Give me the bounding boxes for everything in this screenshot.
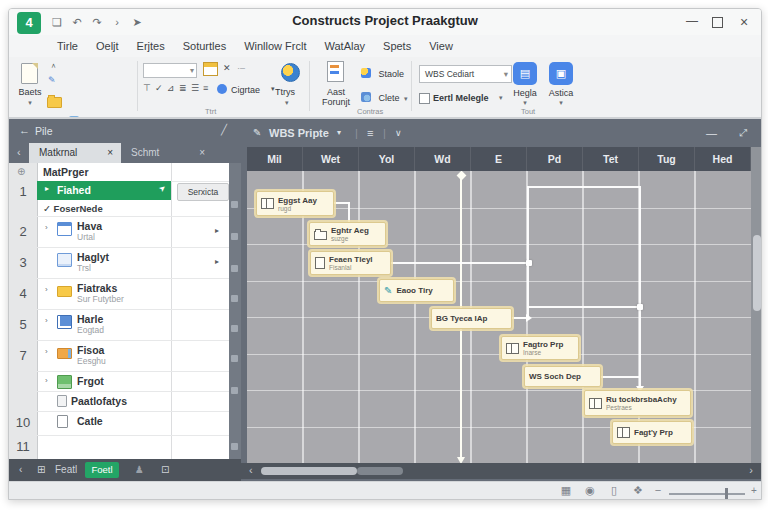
chevron-right-icon[interactable]: ›: [45, 316, 48, 325]
calendar-icon[interactable]: [203, 62, 218, 76]
edit-title-icon[interactable]: ✎: [253, 119, 261, 147]
task-box[interactable]: WS Soch Dep: [524, 366, 601, 387]
italic-icon[interactable]: ✓: [155, 83, 163, 93]
strip-marker[interactable]: [231, 233, 238, 240]
grid-view-icon[interactable]: ▦: [557, 484, 575, 497]
more-icon[interactable]: ·–: [237, 63, 245, 73]
chevron-right-icon[interactable]: ›: [45, 285, 48, 294]
strip-marker[interactable]: [231, 443, 238, 450]
header-tool-button[interactable]: ▤: [513, 62, 537, 85]
person-icon[interactable]: [217, 84, 227, 94]
sheet-grid-icon[interactable]: ⊞: [37, 459, 45, 481]
tab-material-close-icon[interactable]: ×: [107, 143, 113, 163]
menu-item-soturtles[interactable]: Soturtles: [183, 40, 226, 52]
zoom-in-icon[interactable]: +: [751, 485, 757, 496]
chart-title[interactable]: WBS Pripte: [269, 119, 329, 147]
align-center-icon[interactable]: ☰: [191, 83, 199, 93]
strip-marker[interactable]: [231, 355, 238, 362]
zoom-out-icon[interactable]: −: [649, 484, 667, 496]
list-view-icon[interactable]: ≡: [367, 119, 373, 147]
task-box[interactable]: Fagt'y Prp: [612, 421, 692, 444]
cut-icon[interactable]: ✕: [223, 63, 231, 73]
tab-schmt[interactable]: Schmt ×: [121, 143, 213, 163]
left-panel-scroll-strip[interactable]: [229, 163, 241, 459]
expand-arrow-icon[interactable]: ▸: [215, 257, 219, 266]
tree-row[interactable]: ›Frgot: [9, 371, 229, 391]
globe-icon[interactable]: [281, 63, 300, 82]
chart-title-dropdown-icon[interactable]: ▾: [337, 119, 341, 147]
font-select[interactable]: ▾: [143, 63, 197, 78]
tree-row[interactable]: 10Catle: [9, 411, 229, 435]
style-button-2[interactable]: Clete ▾: [361, 87, 407, 105]
tree-row[interactable]: 11: [9, 435, 229, 459]
strip-marker[interactable]: [231, 295, 238, 302]
sheet-tab-active[interactable]: Foetl: [85, 462, 119, 478]
paste-dropdown-arrow[interactable]: ▾: [17, 99, 43, 107]
page-view-icon[interactable]: ▯: [605, 484, 623, 497]
reading-view-icon[interactable]: ◉: [581, 484, 599, 497]
back-icon[interactable]: ←: [19, 124, 30, 136]
strip-marker[interactable]: [231, 201, 238, 208]
tab-prev-icon[interactable]: ‹: [17, 146, 21, 158]
chevron-right-icon[interactable]: ›: [45, 223, 48, 232]
chevron-right-icon[interactable]: ›: [45, 347, 48, 356]
tab-material[interactable]: Matkrnal ×: [29, 143, 121, 163]
style-button-1[interactable]: Staole: [361, 63, 404, 81]
tree-row[interactable]: 5›HarleEogtad: [9, 309, 229, 340]
strip-marker[interactable]: [231, 387, 238, 394]
task-box[interactable]: Eggst Aayrugd: [256, 191, 334, 216]
caret-icon[interactable]: ＾: [49, 61, 58, 74]
panel-expand-icon[interactable]: ⤢: [739, 119, 747, 147]
scroll-right-icon[interactable]: ›: [749, 464, 753, 476]
sheet-icon-2[interactable]: ⊡: [161, 459, 169, 481]
style-select-arrow[interactable]: ▾: [499, 94, 503, 102]
format-button[interactable]: Cigrtae: [231, 85, 260, 95]
screenshot-icon[interactable]: ❖: [629, 484, 647, 497]
panel-minimize-icon[interactable]: —: [706, 119, 717, 147]
tree-row[interactable]: 3HaglytTrsl▸: [9, 247, 229, 278]
task-box[interactable]: Feaen TleylFisanlal: [310, 251, 391, 275]
tree-row[interactable]: Paatlofatys: [9, 391, 229, 411]
menu-item-erjtes[interactable]: Erjtes: [137, 40, 165, 52]
service-button[interactable]: Serxicta: [177, 183, 229, 201]
task-box[interactable]: Eghtr Aegsuzge: [309, 222, 386, 246]
align-right-icon[interactable]: ≡: [203, 83, 208, 93]
format-dropdown-arrow[interactable]: ▾: [271, 85, 275, 93]
strip-marker[interactable]: [231, 325, 238, 332]
tab-schmt-close-icon[interactable]: ×: [199, 143, 205, 163]
menu-item-tirle[interactable]: Tirle: [57, 40, 78, 52]
task-box[interactable]: BG Tyeca IAp: [431, 308, 512, 329]
expand-arrow-icon[interactable]: ▸: [215, 226, 219, 235]
minimize-button[interactable]: —: [683, 14, 701, 28]
maximize-button[interactable]: [712, 17, 723, 28]
wbs-chart-select[interactable]: WBS Cediart ▾: [419, 65, 512, 83]
sheet-prev-icon[interactable]: ‹: [19, 459, 22, 481]
paste-button[interactable]: Baets ▾: [17, 63, 43, 111]
horizontal-scroll-thumb[interactable]: [261, 467, 357, 475]
scroll-left-icon[interactable]: ‹: [249, 464, 253, 476]
vertical-scroll-thumb[interactable]: [753, 235, 761, 311]
assist-tool-arrow[interactable]: ▾: [545, 99, 577, 107]
header-tool-arrow[interactable]: ▾: [509, 99, 541, 107]
close-button[interactable]: ×: [735, 14, 753, 30]
autoformat-button[interactable]: Aast Forunjt: [315, 61, 357, 113]
task-box[interactable]: Fagtro PrpInarse: [501, 336, 579, 360]
style-checkbox[interactable]: [419, 93, 430, 104]
selected-row[interactable]: ▸ Fiahed ➤: [37, 181, 171, 200]
task-box[interactable]: Ru tockbrsbaAchyPestraes: [584, 390, 691, 416]
translate-dropdown-arrow[interactable]: ▾: [285, 99, 289, 107]
folder-icon[interactable]: [47, 97, 62, 108]
edit-icon[interactable]: ╱: [221, 124, 227, 135]
menu-item-view[interactable]: View: [429, 40, 453, 52]
wbs-canvas[interactable]: Eggst AayrugdEghtr AegsuzgeFeaen TleylFi…: [247, 171, 751, 463]
sheet-tab-1[interactable]: Featl: [55, 459, 77, 481]
assist-tool-button[interactable]: ▣: [549, 62, 573, 85]
menu-item-spets[interactable]: Spets: [383, 40, 411, 52]
zoom-slider-track[interactable]: [669, 493, 745, 495]
task-box[interactable]: ✎Eaoo Tiry: [379, 279, 454, 302]
collapse-icon[interactable]: ∨: [395, 119, 402, 147]
tree-row[interactable]: 2›HavaUrtal▸: [9, 216, 229, 247]
vertical-scrollbar[interactable]: [751, 147, 762, 463]
translate-label[interactable]: Ttrys: [275, 87, 295, 97]
chevron-right-icon[interactable]: ›: [45, 376, 48, 385]
